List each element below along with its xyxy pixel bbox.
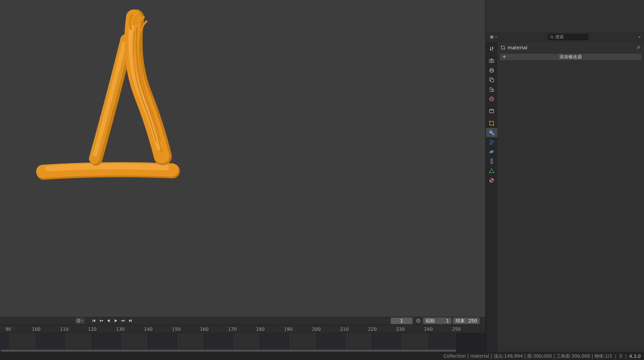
search-placeholder: 搜索 — [555, 34, 564, 40]
alt-column-shade — [64, 333, 92, 349]
play-reverse-icon — [106, 318, 111, 323]
modifiers-wrench-icon — [489, 130, 494, 136]
properties-tab-strip — [486, 42, 497, 352]
tab-constraints[interactable] — [486, 156, 497, 166]
ruler-tick-label: 210 — [340, 326, 348, 332]
properties-editor-icon — [490, 35, 494, 39]
auto-keyframe-button[interactable] — [75, 318, 85, 324]
jump-to-end-button[interactable] — [127, 318, 134, 324]
tab-modifiers[interactable] — [486, 128, 497, 137]
frame-end-field[interactable]: 结束 250 — [453, 318, 480, 324]
ruler-tick-label: 250 — [452, 326, 460, 332]
tab-render[interactable] — [486, 56, 497, 66]
ruler-tick-label: 150 — [172, 326, 180, 332]
ruler-tick-label: 200 — [312, 326, 320, 332]
status-version: 4.3.0 — [629, 353, 641, 359]
selected-object[interactable] — [33, 10, 186, 186]
ruler-tick-label: 120 — [88, 326, 96, 332]
previous-keyframe-button[interactable] — [98, 318, 104, 324]
current-frame-field[interactable]: 1 — [391, 318, 412, 324]
tab-particles[interactable] — [486, 137, 497, 147]
frame-gridline — [92, 333, 93, 349]
editor-type-selector[interactable] — [489, 34, 498, 40]
status-segments: Collection | material | 顶点:149,994 | 面:3… — [444, 353, 612, 359]
ruler-tick-label: 170 — [228, 326, 236, 332]
frame-gridline — [456, 333, 457, 349]
playback-controls — [90, 318, 134, 324]
preview-range-button[interactable] — [416, 318, 420, 323]
pin-button[interactable] — [636, 45, 641, 50]
particles-icon — [489, 139, 494, 145]
alt-column-shade — [176, 333, 204, 349]
frame-gridline — [260, 333, 261, 349]
tab-object-data[interactable] — [486, 166, 497, 175]
collection-icon — [489, 108, 494, 114]
tab-view-layer[interactable] — [486, 75, 497, 85]
timeline-ruler[interactable]: 9010011012013014015016017018019020021022… — [0, 325, 485, 333]
properties-header: 搜索 — [486, 32, 644, 42]
tab-tool[interactable] — [486, 44, 497, 53]
frame-gridline — [372, 333, 373, 349]
material-icon — [489, 177, 494, 183]
next-keyframe-icon — [121, 318, 126, 323]
alt-column-shade — [400, 333, 428, 349]
ruler-tick-label: 140 — [144, 326, 152, 332]
3d-viewport[interactable] — [0, 0, 485, 317]
tab-physics[interactable] — [486, 147, 497, 156]
scene-icon — [489, 86, 494, 92]
mouse-indicator-icon — [618, 354, 623, 358]
object-icon — [489, 120, 494, 126]
tab-output[interactable] — [486, 66, 497, 75]
ruler-tick-label: 180 — [256, 326, 264, 332]
frame-gridline — [204, 333, 205, 349]
add-modifier-button[interactable]: + 添加修改器 — [500, 53, 642, 61]
properties-search-input[interactable]: 搜索 — [548, 34, 588, 40]
frame-start-field[interactable]: 起始 1 — [423, 318, 452, 324]
ruler-tick-label: 130 — [116, 326, 124, 332]
physics-icon — [489, 149, 494, 155]
jump-to-start-button[interactable] — [90, 318, 97, 324]
output-icon — [489, 67, 494, 73]
timeline-scrollbar-thumb[interactable] — [1, 350, 456, 352]
alt-column-shade — [120, 333, 148, 349]
object-cube-icon — [500, 45, 505, 50]
timeline-editor: 1 起始 1 结束 250 90100110120130140150160170… — [0, 317, 485, 352]
view-layer-icon — [489, 77, 494, 83]
current-frame-value: 1 — [400, 318, 403, 323]
tab-material[interactable] — [486, 175, 497, 185]
tab-world[interactable] — [486, 94, 497, 104]
world-icon — [489, 96, 494, 102]
chevron-down-icon — [495, 36, 498, 38]
frame-gridline — [428, 333, 429, 349]
header-collapse-button[interactable] — [638, 35, 641, 39]
properties-top-spacer — [486, 0, 644, 32]
blender-window: 1 起始 1 结束 250 90100110120130140150160170… — [0, 0, 644, 360]
ruler-tick-label: 160 — [200, 326, 209, 332]
ruler-tick-label: 240 — [424, 326, 432, 332]
play-reverse-button[interactable] — [105, 318, 112, 324]
timeline-tracks[interactable] — [0, 333, 485, 349]
previous-keyframe-icon — [99, 318, 104, 323]
tab-scene[interactable] — [486, 85, 497, 94]
plus-icon: + — [502, 54, 506, 60]
chevron-down-icon — [81, 319, 84, 322]
alt-column-shade — [288, 333, 316, 349]
tab-object[interactable] — [486, 118, 497, 128]
play-button[interactable] — [112, 318, 119, 324]
next-keyframe-button[interactable] — [120, 318, 126, 324]
tab-collection[interactable] — [486, 106, 497, 116]
properties-content: material + 添加修改器 — [497, 42, 644, 352]
object-data-icon — [489, 168, 494, 174]
chevron-down-icon — [638, 35, 641, 39]
pin-icon — [636, 45, 641, 50]
add-modifier-label: 添加修改器 — [559, 54, 582, 60]
out-of-range-shade — [456, 333, 485, 349]
ruler-tick-label: 220 — [368, 326, 376, 332]
frame-end-value: 250 — [468, 318, 477, 323]
render-icon — [489, 58, 494, 64]
frame-gridline — [148, 333, 149, 349]
breadcrumb-object-name[interactable]: material — [508, 45, 527, 51]
tool-icon — [489, 46, 494, 52]
ruler-tick-label: 190 — [284, 326, 292, 332]
timeline-scrollbar[interactable] — [0, 349, 485, 352]
